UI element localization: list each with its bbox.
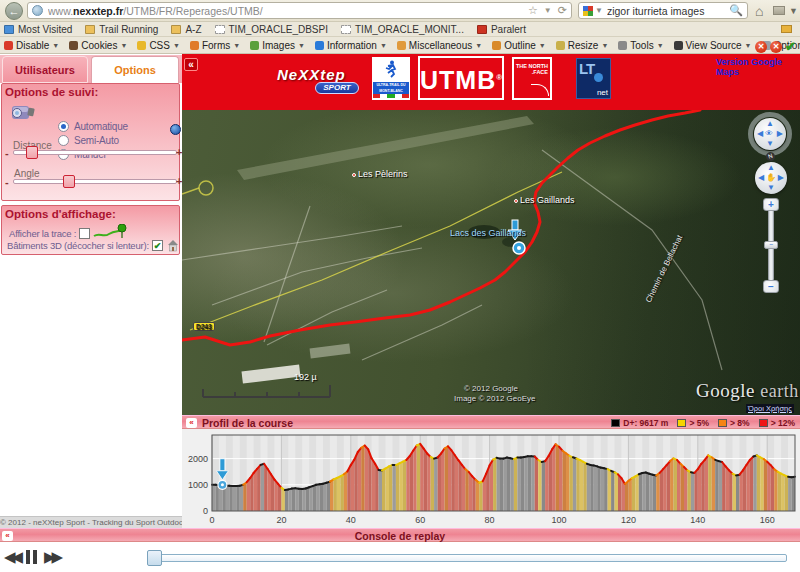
search-query[interactable]: zigor iturrieta images: [607, 5, 729, 17]
utmb-logo: UTMB®: [418, 56, 504, 100]
angle-slider-thumb[interactable]: [63, 175, 75, 188]
bookmark-label: Most Visited: [18, 24, 72, 35]
help-globe-icon[interactable]: [170, 124, 181, 135]
toolbar-overflow-icon[interactable]: ▼: [789, 6, 798, 16]
devtool-menu-information[interactable]: Information▼: [315, 40, 387, 51]
elevation-chart[interactable]: 010002000020406080100120140160: [182, 429, 800, 528]
dashed-icon: [341, 25, 351, 34]
devtool-icon: [315, 41, 324, 50]
google-earth-map[interactable]: Les Pèlerins Les Gaillands Lacs des Gail…: [182, 110, 800, 415]
radio-semi-auto[interactable]: Semi-Auto: [58, 135, 119, 146]
devtool-menu-view-source[interactable]: View Source▼: [674, 40, 752, 51]
legend-swatch: [759, 419, 768, 427]
look-joystick[interactable]: ▲▼◀▶👁: [754, 118, 786, 150]
collapse-panel-icon[interactable]: «: [186, 418, 197, 428]
suivi-title: Options de suivi:: [5, 86, 98, 98]
dropdown-caret-icon: ▼: [52, 42, 59, 49]
nexxtep-logo: NeXXtep SPORT: [277, 66, 367, 96]
bookmark-label: A-Z: [185, 24, 201, 35]
tab-options[interactable]: Options: [91, 56, 179, 83]
error-icon[interactable]: ✕: [770, 41, 782, 53]
legend-label: > 5%: [689, 418, 709, 428]
devtool-menu-cookies[interactable]: Cookies▼: [69, 40, 127, 51]
devtool-menu-resize[interactable]: Resize▼: [556, 40, 609, 51]
url-text[interactable]: www.nexxtep.fr/UTMB/FR/Reperages/UTMB/: [48, 5, 522, 17]
replay-slider-thumb[interactable]: [147, 550, 162, 566]
url-bar[interactable]: www.nexxtep.fr/UTMB/FR/Reperages/UTMB/ ☆…: [27, 2, 572, 19]
toolbar-extra-icon[interactable]: [773, 6, 785, 15]
search-input[interactable]: ▼ zigor iturrieta images 🔍: [578, 2, 748, 19]
folder-icon: [171, 25, 181, 34]
replay-controls-row: ◀◀ ▶▶: [0, 542, 800, 572]
search-go-icon[interactable]: 🔍: [729, 4, 743, 17]
pause-button[interactable]: [26, 550, 37, 564]
folder-icon: [85, 25, 95, 34]
north-face-logo: THE NORTH .FACE: [512, 57, 552, 100]
dropdown-caret-icon: ▼: [539, 42, 546, 49]
url-dropdown-icon[interactable]: ▼: [544, 6, 552, 15]
devtool-menu-forms[interactable]: Forms▼: [190, 40, 240, 51]
zoom-out-button[interactable]: −: [763, 280, 779, 293]
terms-of-use-link[interactable]: Όροι Χρήσης: [746, 404, 794, 413]
back-button[interactable]: ←: [5, 2, 23, 20]
legend-label: > 12%: [771, 418, 795, 428]
devtool-menu-disable[interactable]: Disable▼: [4, 40, 59, 51]
move-joystick[interactable]: ▲▼◀▶✋: [755, 162, 787, 194]
sidebar-footer: © 2012 - neXXtep Sport - Tracking du Spo…: [0, 516, 182, 528]
rewind-button[interactable]: ◀◀: [4, 548, 19, 566]
devtool-icon: [4, 41, 13, 50]
batiments-3d-row: Bâtiments 3D (décocher si lenteur): ✔: [7, 238, 180, 252]
devtool-icon: [556, 41, 565, 50]
devtool-label: View Source: [686, 40, 742, 51]
devtool-menu-outline[interactable]: Outline▼: [492, 40, 546, 51]
devtool-menu-tools[interactable]: Tools▼: [618, 40, 663, 51]
svg-text:1000: 1000: [188, 480, 208, 490]
sidebar-collapse-button[interactable]: «: [184, 58, 198, 71]
bookmark-item[interactable]: Trail Running: [85, 24, 158, 35]
copyright-text: © 2012 - neXXtep Sport - Tracking du Spo…: [0, 518, 186, 527]
bookmark-star-icon[interactable]: ☆: [528, 4, 538, 17]
version-google-maps-link[interactable]: Version Google Maps: [716, 57, 800, 77]
tab-utilisateurs[interactable]: Utilisateurs: [2, 56, 88, 83]
search-engine-dropdown-icon[interactable]: ▼: [595, 6, 603, 15]
console-title: Console de replay: [0, 530, 800, 542]
sidebar-tabbar: Utilisateurs Options: [0, 55, 182, 83]
afficher-trace-checkbox[interactable]: [79, 228, 90, 239]
zoom-in-button[interactable]: +: [763, 198, 779, 211]
devtool-menu-images[interactable]: Images▼: [250, 40, 305, 51]
devtool-label: Information: [327, 40, 377, 51]
reload-icon[interactable]: ⟳: [558, 4, 567, 17]
bookmark-item[interactable]: TIM_ORACLE_MONIT...: [341, 24, 464, 35]
map-label-gaillands: Les Gaillands: [514, 195, 575, 205]
fast-forward-button[interactable]: ▶▶: [44, 548, 59, 566]
bookmark-item[interactable]: TIM_ORACLE_DBSPI: [215, 24, 328, 35]
angle-minus[interactable]: -: [5, 176, 9, 188]
camera-icon: [9, 98, 37, 126]
bookmarks-overflow-icon[interactable]: [781, 25, 792, 33]
batiments-3d-checkbox[interactable]: ✔: [152, 240, 163, 251]
svg-text:60: 60: [415, 515, 425, 525]
valid-icon[interactable]: ✔: [785, 39, 796, 54]
home-icon[interactable]: ⌂: [755, 3, 763, 19]
distance-slider-thumb[interactable]: [26, 146, 38, 159]
devtool-menu-miscellaneous[interactable]: Miscellaneous▼: [397, 40, 482, 51]
radio-automatique[interactable]: Automatique: [58, 121, 128, 132]
distance-minus[interactable]: -: [5, 147, 9, 159]
error-icon[interactable]: ✕: [755, 41, 767, 53]
legend-swatch: [611, 419, 620, 427]
devtool-menu-css[interactable]: CSS▼: [137, 40, 180, 51]
devtool-label: Outline: [504, 40, 536, 51]
bookmark-item[interactable]: A-Z: [171, 24, 201, 35]
devtool-icon: [618, 41, 627, 50]
dropdown-caret-icon: ▼: [173, 42, 180, 49]
building-3d-icon: [166, 238, 180, 252]
bookmarks-toolbar: Most VisitedTrail RunningA-ZTIM_ORACLE_D…: [0, 22, 800, 37]
bookmark-label: TIM_ORACLE_MONIT...: [355, 24, 464, 35]
bookmark-item[interactable]: Most Visited: [4, 24, 72, 35]
radio-icon[interactable]: [58, 121, 69, 132]
replay-timeline-slider[interactable]: [147, 554, 787, 562]
angle-slider[interactable]: [13, 179, 177, 184]
bookmark-item[interactable]: Paralert: [477, 24, 526, 35]
zoom-slider-handle[interactable]: −: [764, 241, 778, 249]
radio-icon[interactable]: [58, 135, 69, 146]
